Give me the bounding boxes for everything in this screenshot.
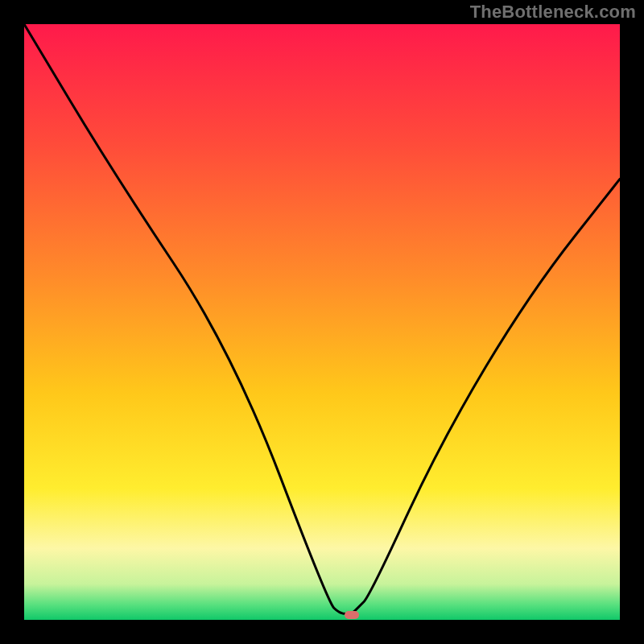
bottleneck-chart xyxy=(0,0,644,644)
gradient-background xyxy=(24,24,620,620)
chart-frame: { "watermark": "TheBottleneck.com", "cha… xyxy=(0,0,644,644)
optimal-point-marker xyxy=(345,611,359,619)
watermark-text: TheBottleneck.com xyxy=(470,2,636,23)
